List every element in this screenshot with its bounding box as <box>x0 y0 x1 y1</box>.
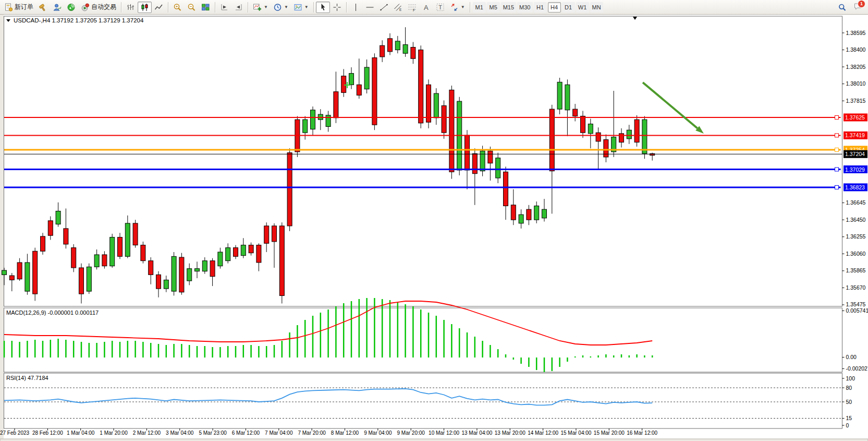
time-tick-label: 7 Mar 04:00 <box>265 430 293 436</box>
notifications-button[interactable]: 1 <box>853 2 862 13</box>
indicators-button[interactable]: ▼ <box>250 2 271 13</box>
toolbar-separator <box>346 2 347 13</box>
zoom-in-button[interactable] <box>170 2 185 13</box>
clock-icon <box>273 3 282 11</box>
time-tick-label: 8 Mar 12:00 <box>331 430 359 436</box>
chart-canvas[interactable]: 1.385951.384001.382051.380101.378151.366… <box>0 15 868 441</box>
timeframe-m1-button[interactable]: M1 <box>473 2 486 13</box>
new-order-button-label: 新订单 <box>15 3 33 11</box>
crosshair-icon <box>333 3 341 11</box>
candle <box>33 248 38 301</box>
new-order-button[interactable]: 新订单 <box>2 2 36 13</box>
time-tick-label: 14 Mar 12:00 <box>528 430 558 436</box>
candle <box>372 53 377 130</box>
hline-price-text: 1.36823 <box>845 184 865 190</box>
hammer-tool-button[interactable] <box>36 2 50 13</box>
chart-shift-button[interactable] <box>217 2 231 13</box>
rsi-axis-label: 50 <box>846 399 852 405</box>
chart-candles-button[interactable] <box>138 2 152 13</box>
candle <box>71 244 76 272</box>
time-tick-label: 6 Mar 12:00 <box>232 430 260 436</box>
price-tick-label: 1.37815 <box>846 98 866 104</box>
cursor-button[interactable] <box>316 2 330 13</box>
channel-button[interactable]: E <box>391 2 405 13</box>
chart-window: 1.385951.384001.382051.380101.378151.366… <box>0 15 868 441</box>
price-tick-label: 1.36450 <box>846 217 866 223</box>
toolbar-separator <box>121 2 121 13</box>
time-tick-label: 9 Mar 04:00 <box>364 430 392 436</box>
time-tick-label: 10 Mar 12:00 <box>429 430 459 436</box>
timeframe-mn-button[interactable]: MN <box>590 2 603 13</box>
zoomin-icon <box>173 3 182 11</box>
signals-button[interactable] <box>64 2 78 13</box>
zoomout-icon <box>187 3 196 11</box>
hline-handle[interactable] <box>835 134 839 137</box>
hline-handle[interactable] <box>835 168 839 171</box>
search-button[interactable] <box>835 2 849 13</box>
time-tick-label: 7 Mar 20:00 <box>298 430 326 436</box>
current-price-label: 1.37204 <box>845 151 865 157</box>
macd-label: MACD(12,26,9) -0.000001 0.000117 <box>6 309 99 316</box>
cursor-icon <box>319 3 327 11</box>
hline-handle[interactable] <box>835 185 839 189</box>
window-bottom-edge <box>0 439 868 441</box>
timeframe-h1-button[interactable]: H1 <box>534 2 547 13</box>
window-left-edge <box>0 15 4 441</box>
autoscroll-icon <box>234 3 243 11</box>
templates-button[interactable]: ▼ <box>291 2 311 13</box>
vertical-line-button[interactable] <box>349 2 363 13</box>
fibo-icon: F <box>408 3 417 11</box>
trend-icon <box>380 3 388 11</box>
periods-button[interactable]: ▼ <box>271 2 291 13</box>
rsi-axis-label: 15 <box>846 415 852 421</box>
hline-handle[interactable] <box>835 115 839 119</box>
textT-icon: T <box>436 3 445 11</box>
zoom-out-button[interactable] <box>185 2 199 13</box>
timeframe-w1-button[interactable]: W1 <box>576 2 589 13</box>
time-tick-label: 5 Mar 23:00 <box>199 430 227 436</box>
candle <box>179 253 184 295</box>
candle <box>141 242 145 264</box>
trendline-button[interactable] <box>377 2 391 13</box>
hline-handle[interactable] <box>835 148 839 151</box>
auto-scroll-button[interactable] <box>231 2 246 13</box>
account-icon <box>53 3 62 11</box>
chart-title: USDCAD-,H4 1.37192 1.37205 1.37129 1.372… <box>14 17 144 23</box>
timeframe-m5-button[interactable]: M5 <box>487 2 500 13</box>
fibonacci-button[interactable]: F <box>405 2 419 13</box>
price-tick-label: 1.35475 <box>846 301 866 307</box>
toolbar-separator <box>313 2 314 13</box>
svg-text:A: A <box>424 3 429 11</box>
toolbar-separator <box>248 2 248 13</box>
price-tick-label: 1.38205 <box>846 64 866 70</box>
horizontal-line-button[interactable] <box>363 2 377 13</box>
tile-windows-button[interactable] <box>199 2 213 13</box>
shapes-icon <box>450 3 459 11</box>
autotrade-button-label: 自动交易 <box>91 3 116 11</box>
macd-pane[interactable] <box>4 308 842 372</box>
text-button[interactable]: A <box>419 2 433 13</box>
rsi-pane[interactable] <box>4 373 842 428</box>
candle <box>172 252 176 295</box>
arrows-button[interactable]: ▼ <box>447 2 468 13</box>
autotrade-button[interactable]: 自动交易 <box>78 2 119 13</box>
time-tick-label: 9 Mar 20:00 <box>397 430 425 436</box>
hline-icon <box>365 3 374 11</box>
timeframe-m15-button[interactable]: M15 <box>501 2 516 13</box>
accounts-button[interactable] <box>50 2 64 13</box>
timeframe-d1-button[interactable]: D1 <box>562 2 575 13</box>
candle <box>133 220 138 247</box>
candle <box>295 116 300 157</box>
template-icon <box>294 3 302 11</box>
timeframe-h4-button[interactable]: H4 <box>548 2 561 13</box>
chart-line-button[interactable] <box>152 2 166 13</box>
chart-bars-button[interactable] <box>124 2 138 13</box>
time-tick-label: 1 Mar 04:00 <box>67 430 95 436</box>
toolbar-separator <box>470 2 470 13</box>
text-label-button[interactable]: T <box>433 2 447 13</box>
crosshair-button[interactable] <box>330 2 344 13</box>
timeframe-m30-button[interactable]: M30 <box>517 2 532 13</box>
candle <box>279 222 284 303</box>
rsi-axis-label: 0 <box>846 422 849 428</box>
hline-price-text: 1.37029 <box>845 166 865 173</box>
